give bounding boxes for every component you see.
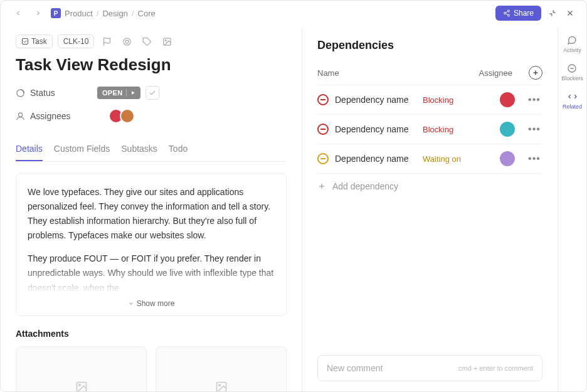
add-dependency-icon[interactable] (529, 66, 542, 80)
svg-point-0 (507, 10, 509, 12)
svg-rect-7 (23, 39, 28, 45)
play-icon (130, 90, 135, 95)
breadcrumb-item[interactable]: Design (102, 9, 127, 18)
topbar: P Product / Design / Core Share (1, 1, 586, 26)
dependencies-panel: Dependencies Name Assignee Dependency na… (302, 26, 558, 391)
chevron-down-icon (128, 300, 134, 307)
rail-activity[interactable]: Activity (563, 35, 581, 53)
share-label: Share (514, 9, 534, 18)
dependency-status-icon (317, 94, 329, 105)
col-assignee-header: Assignee (479, 68, 524, 78)
row-more-icon[interactable]: ••• (526, 153, 542, 164)
dependency-row[interactable]: Dependency name Blocking ••• (317, 85, 542, 114)
chat-icon (567, 35, 577, 45)
description-paragraph: They produce FOUT — or FOIT if you prefe… (28, 252, 275, 295)
tabs: Details Custom Fields Subtasks Todo (16, 137, 287, 162)
close-icon[interactable] (564, 7, 576, 19)
row-more-icon[interactable]: ••• (526, 124, 542, 135)
status-field-label: Status (16, 88, 97, 98)
comment-hint: cmd + enter to comment (458, 364, 533, 372)
target-icon[interactable] (119, 34, 134, 49)
tab-subtasks[interactable]: Subtasks (121, 137, 157, 161)
related-icon (568, 92, 578, 102)
image-icon (75, 381, 88, 392)
status-value: OPEN (102, 89, 122, 97)
svg-point-18 (78, 384, 80, 386)
flag-icon[interactable] (99, 34, 114, 49)
avatar (120, 109, 135, 124)
image-icon (215, 381, 228, 392)
minus-circle-icon (567, 63, 577, 73)
nav-forward-icon[interactable] (31, 6, 46, 21)
dependency-name: Dependency name (335, 95, 416, 105)
svg-point-1 (504, 13, 505, 14)
dependency-status-icon (317, 153, 329, 164)
dependency-assignee[interactable] (500, 151, 515, 166)
dependency-status: Blocking (423, 125, 453, 134)
task-title[interactable]: Task View Redesign (16, 55, 287, 75)
right-rail: Activity Blockers Related (558, 26, 586, 391)
breadcrumb-item[interactable]: Product (65, 9, 93, 18)
svg-marker-15 (132, 91, 135, 94)
dependency-row[interactable]: Dependency name Blocking ••• (317, 114, 542, 144)
dependencies-heading: Dependencies (317, 39, 542, 52)
status-badge[interactable]: OPEN (97, 87, 140, 99)
row-more-icon[interactable]: ••• (526, 94, 542, 105)
svg-line-4 (505, 11, 507, 13)
comment-input[interactable]: New comment cmd + enter to comment (317, 355, 542, 381)
tag-icon[interactable] (139, 34, 154, 49)
dependency-name: Dependency name (335, 154, 416, 164)
breadcrumb-sep-icon: / (97, 9, 99, 18)
tab-custom-fields[interactable]: Custom Fields (54, 137, 110, 161)
svg-point-10 (125, 40, 129, 43)
tab-details[interactable]: Details (16, 137, 43, 161)
workspace-icon: P (51, 8, 61, 18)
dependency-row[interactable]: Dependency name Waiting on ••• (317, 144, 542, 174)
breadcrumb: P Product / Design / Core (51, 8, 156, 18)
task-id-chip[interactable]: CLK-10 (58, 34, 95, 48)
image-icon[interactable] (159, 34, 174, 49)
show-more-button[interactable]: Show more (28, 295, 275, 310)
complete-checkbox[interactable] (145, 86, 159, 100)
svg-point-13 (165, 40, 166, 41)
collapse-icon[interactable] (546, 7, 559, 19)
svg-point-20 (218, 384, 220, 386)
dependency-status: Waiting on (423, 154, 461, 164)
svg-point-9 (124, 38, 130, 45)
plus-icon (317, 182, 326, 191)
breadcrumb-item[interactable]: Core (138, 9, 156, 18)
add-dependency-button[interactable]: Add dependency (317, 174, 542, 199)
comment-placeholder: New comment (327, 363, 383, 373)
description-paragraph: We love typefaces. They give our sites a… (28, 185, 275, 243)
dependency-assignee[interactable] (500, 122, 515, 137)
svg-point-2 (507, 14, 509, 16)
task-type-chip[interactable]: Task (16, 34, 53, 48)
rail-blockers[interactable]: Blockers (561, 63, 583, 82)
avatar (500, 151, 515, 166)
avatar (500, 92, 515, 107)
tab-todo[interactable]: Todo (169, 137, 188, 161)
attachments-heading: Attachments (16, 329, 287, 339)
attachment-placeholder[interactable] (156, 346, 287, 392)
assignees-avatars[interactable] (97, 109, 135, 124)
dependency-status: Blocking (423, 95, 453, 105)
dependency-assignee[interactable] (500, 92, 515, 107)
task-type-label: Task (31, 37, 47, 46)
dependency-name: Dependency name (335, 124, 416, 134)
assignees-field-label: Assignees (16, 111, 97, 121)
svg-point-16 (18, 112, 22, 116)
avatar (500, 122, 515, 137)
nav-back-icon[interactable] (11, 6, 26, 21)
task-detail-panel: Task CLK-10 Task View Redesign Status (1, 26, 302, 391)
attachment-placeholder[interactable] (16, 346, 147, 392)
rail-related[interactable]: Related (563, 92, 582, 110)
svg-line-3 (505, 14, 507, 15)
col-name-header: Name (317, 68, 443, 78)
breadcrumb-sep-icon: / (132, 9, 134, 18)
description-box[interactable]: We love typefaces. They give our sites a… (16, 173, 287, 316)
dependency-status-icon (317, 124, 329, 135)
share-button[interactable]: Share (495, 6, 541, 21)
task-id-label: CLK-10 (63, 37, 89, 46)
